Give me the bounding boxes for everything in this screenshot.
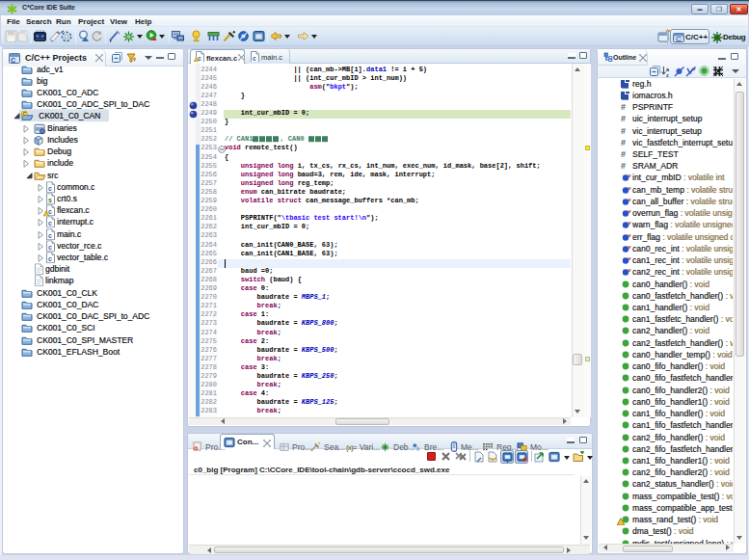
svg-text:C: C	[676, 35, 682, 43]
